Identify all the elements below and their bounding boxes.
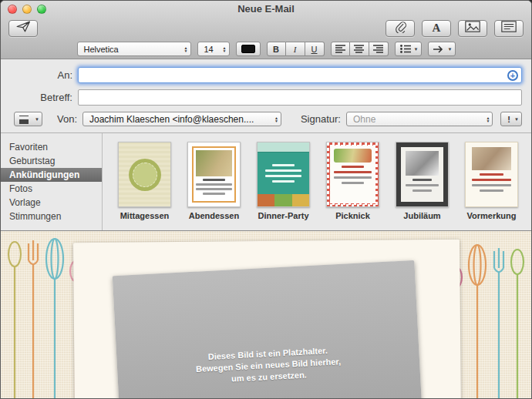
align-center-button[interactable]	[350, 42, 369, 56]
template-card-mittagessen[interactable]: Mittagessen	[118, 142, 171, 230]
stationery-browser: Favoriten Geburtstag Ankündigungen Fotos…	[1, 133, 531, 231]
fonts-button[interactable]: A	[422, 20, 451, 37]
from-value: Joachim Klaeschen <info@klaeschen....	[89, 114, 254, 125]
photo-browser-button[interactable]	[458, 20, 487, 37]
subject-input[interactable]	[78, 89, 522, 106]
template-thumbnail	[326, 142, 379, 207]
image-placeholder-dropzone[interactable]: Dieses Bild ist ein Platzhalter. Bewegen…	[113, 260, 423, 399]
toolbar-right-group: A	[386, 20, 524, 37]
indent-button[interactable]: ▼	[428, 42, 456, 56]
signature-label: Signatur:	[292, 113, 346, 125]
subject-label: Betreff:	[10, 92, 78, 103]
font-family-value: Helvetica	[84, 45, 119, 54]
popup-arrows-icon: ▲▼	[184, 46, 188, 52]
template-thumbnail	[465, 142, 518, 207]
template-thumbnails: Mittagessen Abendessen	[103, 133, 531, 230]
underline-button[interactable]: U	[305, 42, 325, 56]
template-label: Picknick	[326, 211, 379, 220]
bold-button[interactable]: B	[267, 42, 286, 56]
list-style-button[interactable]: ▼	[395, 42, 422, 56]
send-button[interactable]	[8, 20, 38, 37]
window-title: Neue E-Mail	[1, 3, 531, 15]
align-right-button[interactable]	[369, 42, 389, 56]
subject-row: Betreff:	[10, 89, 522, 106]
align-center-icon	[354, 45, 364, 53]
to-field-wrap: +	[78, 67, 522, 83]
template-thumbnail	[118, 142, 171, 207]
template-thumbnail	[187, 142, 241, 207]
template-label: Mittagessen	[118, 211, 171, 220]
mail-compose-window: Neue E-Mail A	[0, 0, 532, 399]
send-icon	[16, 21, 31, 35]
template-thumbnail	[396, 142, 449, 207]
signature-popup[interactable]: Ohne ▲▼	[346, 112, 493, 126]
template-label: Vormerkung	[465, 211, 518, 220]
add-recipient-button[interactable]: +	[507, 70, 518, 81]
font-family-popup[interactable]: Helvetica ▲▼	[77, 42, 191, 56]
template-card-vormerkung[interactable]: Vormerkung	[465, 142, 518, 230]
font-a-icon: A	[433, 22, 441, 35]
template-card-abendessen[interactable]: Abendessen	[187, 142, 241, 230]
text-color-button[interactable]	[236, 42, 261, 56]
chevron-down-icon: ▼	[448, 47, 453, 52]
chevron-down-icon: ▼	[514, 117, 519, 122]
align-right-icon	[373, 45, 383, 53]
font-size-value: 14	[204, 45, 214, 54]
message-body-preview[interactable]: Dieses Bild ist ein Platzhalter. Bewegen…	[1, 231, 531, 399]
priority-button[interactable]: ! ▼	[500, 112, 522, 126]
window-chrome: Neue E-Mail A	[1, 1, 531, 59]
placeholder-instructions: Dieses Bild ist ein Platzhalter. Bewegen…	[195, 344, 342, 387]
alignment-segment	[331, 42, 389, 56]
template-card-dinner-party[interactable]: Dinner-Party	[257, 142, 310, 230]
stationery-button[interactable]	[494, 20, 524, 37]
signature-value: Ohne	[353, 114, 375, 125]
template-card-picknick[interactable]: Picknick	[326, 142, 379, 230]
to-label: An:	[10, 69, 78, 81]
sidebar-item-favoriten[interactable]: Favoriten	[1, 140, 102, 154]
template-label: Jubiläum	[396, 211, 449, 220]
sidebar-item-stimmungen[interactable]: Stimmungen	[1, 210, 102, 223]
style-segment: B I U	[267, 42, 325, 56]
sidebar-item-ankuendigungen[interactable]: Ankündigungen	[1, 168, 102, 182]
to-row: An: +	[10, 67, 522, 83]
color-swatch	[241, 45, 255, 53]
popup-arrows-icon: ▲▼	[274, 116, 278, 122]
titlebar[interactable]: Neue E-Mail	[1, 1, 531, 17]
priority-value: !	[507, 115, 510, 124]
sidebar-item-fotos[interactable]: Fotos	[1, 182, 102, 196]
popup-arrows-icon: ▲▼	[223, 46, 227, 52]
from-row: ▼ Von: Joachim Klaeschen <info@klaeschen…	[10, 112, 522, 126]
align-left-button[interactable]	[331, 42, 350, 56]
italic-button[interactable]: I	[286, 42, 305, 56]
sidebar-item-vorlage[interactable]: Vorlage	[1, 196, 102, 210]
sidebar-item-geburtstag[interactable]: Geburtstag	[1, 154, 102, 168]
toolbar: A	[1, 17, 531, 39]
from-label: Von:	[42, 113, 82, 125]
template-card-jubilaeum[interactable]: Jubiläum	[396, 142, 449, 230]
from-popup[interactable]: Joachim Klaeschen <info@klaeschen.... ▲▼	[82, 112, 281, 126]
arrow-right-icon	[433, 45, 445, 53]
stationery-icon	[501, 21, 517, 35]
attach-button[interactable]	[386, 20, 415, 37]
align-left-icon	[335, 45, 345, 53]
list-icon	[400, 45, 411, 53]
format-bar: Helvetica ▲▼ 14 ▲▼ B I U	[1, 39, 531, 59]
photo-icon	[465, 21, 480, 35]
popup-arrows-icon: ▲▼	[486, 116, 490, 122]
compose-header-fields: An: + Betreff: ▼ Von: Joachim Klaeschen …	[1, 59, 531, 133]
template-label: Dinner-Party	[257, 211, 310, 220]
font-size-popup[interactable]: 14 ▲▼	[197, 42, 230, 56]
chevron-down-icon: ▼	[414, 47, 419, 52]
lines-icon	[19, 116, 29, 119]
template-thumbnail	[257, 142, 310, 207]
chevron-down-icon: ▼	[35, 117, 39, 122]
header-fields-options-button[interactable]: ▼	[14, 112, 42, 126]
stationery-category-list: Favoriten Geburtstag Ankündigungen Fotos…	[1, 133, 103, 230]
template-label: Abendessen	[187, 211, 241, 220]
to-input[interactable]	[78, 67, 522, 83]
paperclip-icon	[395, 21, 406, 36]
